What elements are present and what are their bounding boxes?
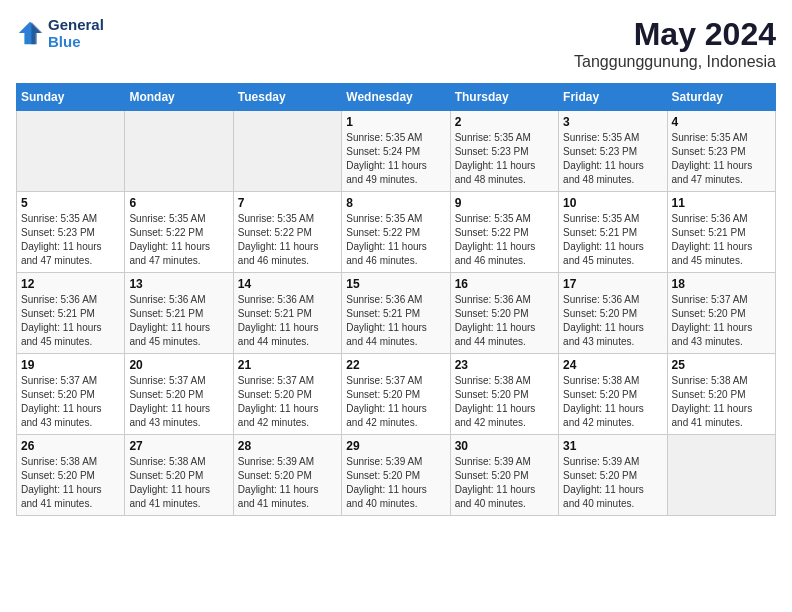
- day-number: 14: [238, 277, 337, 291]
- day-number: 21: [238, 358, 337, 372]
- day-number: 15: [346, 277, 445, 291]
- calendar-cell: [233, 111, 341, 192]
- logo-text: General Blue: [48, 16, 104, 50]
- calendar-cell: 18Sunrise: 5:37 AMSunset: 5:20 PMDayligh…: [667, 273, 775, 354]
- calendar-cell: 29Sunrise: 5:39 AMSunset: 5:20 PMDayligh…: [342, 435, 450, 516]
- day-info: Sunrise: 5:39 AMSunset: 5:20 PMDaylight:…: [238, 455, 337, 511]
- day-number: 16: [455, 277, 554, 291]
- calendar-cell: 8Sunrise: 5:35 AMSunset: 5:22 PMDaylight…: [342, 192, 450, 273]
- day-info: Sunrise: 5:35 AMSunset: 5:21 PMDaylight:…: [563, 212, 662, 268]
- weekday-header: Monday: [125, 84, 233, 111]
- day-info: Sunrise: 5:35 AMSunset: 5:23 PMDaylight:…: [672, 131, 771, 187]
- day-number: 5: [21, 196, 120, 210]
- day-info: Sunrise: 5:38 AMSunset: 5:20 PMDaylight:…: [129, 455, 228, 511]
- logo-general-label: General: [48, 16, 104, 33]
- calendar-week-row: 5Sunrise: 5:35 AMSunset: 5:23 PMDaylight…: [17, 192, 776, 273]
- day-info: Sunrise: 5:35 AMSunset: 5:22 PMDaylight:…: [129, 212, 228, 268]
- calendar-cell: 31Sunrise: 5:39 AMSunset: 5:20 PMDayligh…: [559, 435, 667, 516]
- page-subtitle: Tanggunggunung, Indonesia: [574, 53, 776, 71]
- calendar-header-row: SundayMondayTuesdayWednesdayThursdayFrid…: [17, 84, 776, 111]
- calendar-cell: 16Sunrise: 5:36 AMSunset: 5:20 PMDayligh…: [450, 273, 558, 354]
- day-info: Sunrise: 5:35 AMSunset: 5:23 PMDaylight:…: [455, 131, 554, 187]
- day-info: Sunrise: 5:35 AMSunset: 5:23 PMDaylight:…: [21, 212, 120, 268]
- day-number: 13: [129, 277, 228, 291]
- day-info: Sunrise: 5:35 AMSunset: 5:22 PMDaylight:…: [346, 212, 445, 268]
- day-info: Sunrise: 5:35 AMSunset: 5:22 PMDaylight:…: [455, 212, 554, 268]
- calendar-cell: 12Sunrise: 5:36 AMSunset: 5:21 PMDayligh…: [17, 273, 125, 354]
- day-number: 7: [238, 196, 337, 210]
- calendar-cell: 14Sunrise: 5:36 AMSunset: 5:21 PMDayligh…: [233, 273, 341, 354]
- calendar-cell: 1Sunrise: 5:35 AMSunset: 5:24 PMDaylight…: [342, 111, 450, 192]
- logo-icon: [16, 19, 44, 47]
- calendar-cell: 23Sunrise: 5:38 AMSunset: 5:20 PMDayligh…: [450, 354, 558, 435]
- day-number: 18: [672, 277, 771, 291]
- calendar-cell: 28Sunrise: 5:39 AMSunset: 5:20 PMDayligh…: [233, 435, 341, 516]
- day-number: 27: [129, 439, 228, 453]
- page-title: May 2024: [574, 16, 776, 53]
- day-info: Sunrise: 5:36 AMSunset: 5:20 PMDaylight:…: [455, 293, 554, 349]
- calendar-week-row: 26Sunrise: 5:38 AMSunset: 5:20 PMDayligh…: [17, 435, 776, 516]
- day-number: 25: [672, 358, 771, 372]
- day-info: Sunrise: 5:36 AMSunset: 5:21 PMDaylight:…: [21, 293, 120, 349]
- day-number: 1: [346, 115, 445, 129]
- day-number: 4: [672, 115, 771, 129]
- calendar-cell: 21Sunrise: 5:37 AMSunset: 5:20 PMDayligh…: [233, 354, 341, 435]
- calendar-cell: 5Sunrise: 5:35 AMSunset: 5:23 PMDaylight…: [17, 192, 125, 273]
- calendar-cell: 9Sunrise: 5:35 AMSunset: 5:22 PMDaylight…: [450, 192, 558, 273]
- calendar-week-row: 1Sunrise: 5:35 AMSunset: 5:24 PMDaylight…: [17, 111, 776, 192]
- weekday-header: Tuesday: [233, 84, 341, 111]
- weekday-header: Sunday: [17, 84, 125, 111]
- day-info: Sunrise: 5:38 AMSunset: 5:20 PMDaylight:…: [21, 455, 120, 511]
- day-info: Sunrise: 5:38 AMSunset: 5:20 PMDaylight:…: [455, 374, 554, 430]
- day-info: Sunrise: 5:37 AMSunset: 5:20 PMDaylight:…: [346, 374, 445, 430]
- day-number: 29: [346, 439, 445, 453]
- day-info: Sunrise: 5:37 AMSunset: 5:20 PMDaylight:…: [21, 374, 120, 430]
- day-info: Sunrise: 5:36 AMSunset: 5:21 PMDaylight:…: [672, 212, 771, 268]
- weekday-header: Friday: [559, 84, 667, 111]
- calendar-cell: 6Sunrise: 5:35 AMSunset: 5:22 PMDaylight…: [125, 192, 233, 273]
- calendar-week-row: 12Sunrise: 5:36 AMSunset: 5:21 PMDayligh…: [17, 273, 776, 354]
- day-info: Sunrise: 5:36 AMSunset: 5:21 PMDaylight:…: [346, 293, 445, 349]
- calendar-cell: 27Sunrise: 5:38 AMSunset: 5:20 PMDayligh…: [125, 435, 233, 516]
- calendar-cell: 17Sunrise: 5:36 AMSunset: 5:20 PMDayligh…: [559, 273, 667, 354]
- calendar-cell: [667, 435, 775, 516]
- day-number: 22: [346, 358, 445, 372]
- day-info: Sunrise: 5:35 AMSunset: 5:24 PMDaylight:…: [346, 131, 445, 187]
- day-info: Sunrise: 5:35 AMSunset: 5:23 PMDaylight:…: [563, 131, 662, 187]
- calendar-cell: 11Sunrise: 5:36 AMSunset: 5:21 PMDayligh…: [667, 192, 775, 273]
- calendar-cell: 20Sunrise: 5:37 AMSunset: 5:20 PMDayligh…: [125, 354, 233, 435]
- calendar-cell: 7Sunrise: 5:35 AMSunset: 5:22 PMDaylight…: [233, 192, 341, 273]
- calendar-cell: 2Sunrise: 5:35 AMSunset: 5:23 PMDaylight…: [450, 111, 558, 192]
- day-number: 11: [672, 196, 771, 210]
- calendar-cell: 26Sunrise: 5:38 AMSunset: 5:20 PMDayligh…: [17, 435, 125, 516]
- day-info: Sunrise: 5:37 AMSunset: 5:20 PMDaylight:…: [238, 374, 337, 430]
- day-info: Sunrise: 5:39 AMSunset: 5:20 PMDaylight:…: [563, 455, 662, 511]
- day-number: 8: [346, 196, 445, 210]
- day-info: Sunrise: 5:36 AMSunset: 5:20 PMDaylight:…: [563, 293, 662, 349]
- weekday-header: Wednesday: [342, 84, 450, 111]
- calendar-cell: [17, 111, 125, 192]
- day-number: 10: [563, 196, 662, 210]
- calendar-cell: 22Sunrise: 5:37 AMSunset: 5:20 PMDayligh…: [342, 354, 450, 435]
- day-number: 17: [563, 277, 662, 291]
- calendar-cell: 10Sunrise: 5:35 AMSunset: 5:21 PMDayligh…: [559, 192, 667, 273]
- calendar-week-row: 19Sunrise: 5:37 AMSunset: 5:20 PMDayligh…: [17, 354, 776, 435]
- calendar-cell: 19Sunrise: 5:37 AMSunset: 5:20 PMDayligh…: [17, 354, 125, 435]
- day-info: Sunrise: 5:39 AMSunset: 5:20 PMDaylight:…: [455, 455, 554, 511]
- day-number: 12: [21, 277, 120, 291]
- day-number: 6: [129, 196, 228, 210]
- calendar-cell: 4Sunrise: 5:35 AMSunset: 5:23 PMDaylight…: [667, 111, 775, 192]
- weekday-header: Saturday: [667, 84, 775, 111]
- calendar-cell: 3Sunrise: 5:35 AMSunset: 5:23 PMDaylight…: [559, 111, 667, 192]
- day-number: 30: [455, 439, 554, 453]
- day-info: Sunrise: 5:36 AMSunset: 5:21 PMDaylight:…: [129, 293, 228, 349]
- day-info: Sunrise: 5:38 AMSunset: 5:20 PMDaylight:…: [563, 374, 662, 430]
- day-info: Sunrise: 5:36 AMSunset: 5:21 PMDaylight:…: [238, 293, 337, 349]
- calendar-cell: 25Sunrise: 5:38 AMSunset: 5:20 PMDayligh…: [667, 354, 775, 435]
- calendar-cell: [125, 111, 233, 192]
- day-number: 20: [129, 358, 228, 372]
- svg-marker-1: [31, 22, 42, 44]
- calendar-table: SundayMondayTuesdayWednesdayThursdayFrid…: [16, 83, 776, 516]
- day-number: 28: [238, 439, 337, 453]
- day-number: 3: [563, 115, 662, 129]
